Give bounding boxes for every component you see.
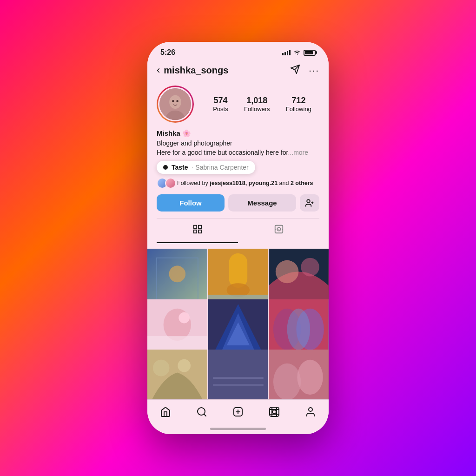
svg-rect-11 [193,230,196,233]
svg-point-5 [176,100,178,102]
avatar-wrapper [157,86,194,123]
signal-icon [282,50,291,55]
grid-icon [192,224,203,237]
wifi-icon [293,49,301,56]
following-label: Following [286,106,311,112]
posts-count: 574 [213,96,228,106]
tab-tagged[interactable] [238,218,319,243]
svg-point-25 [276,260,298,283]
battery-icon [304,50,316,56]
message-button[interactable]: Message [228,194,296,212]
photo-grid [147,249,329,399]
music-artist: · Sabrina Carpenter [192,164,249,171]
followers-label: Followers [244,106,270,112]
svg-point-18 [169,266,186,283]
svg-rect-10 [198,225,201,228]
stats-row: 574 Posts 1,018 Followers 712 Following [205,96,319,112]
nav-add[interactable] [225,404,251,419]
svg-rect-21 [229,253,247,288]
nav-profile[interactable] [298,404,324,419]
svg-point-2 [169,95,181,109]
follower-avatars [157,178,173,189]
follow-button[interactable]: Follow [157,194,225,212]
bio-line2: Here for a good time but occasionally he… [157,149,288,156]
svg-point-56 [309,408,312,411]
nav-header: ‹ mishka_songs ··· [147,60,329,82]
profile-name: Mishka 🌸 [157,129,319,138]
add-friend-button[interactable] [300,194,319,212]
svg-point-35 [287,309,310,350]
music-tooltip[interactable]: Taste · Sabrina Carpenter [157,161,255,174]
followed-by: Followed by jessjess1018, pyoung.21 and … [157,178,319,189]
svg-rect-40 [213,377,264,379]
nav-home[interactable] [152,404,178,419]
followers-count: 1,018 [244,96,270,106]
action-buttons: Follow Message [157,194,319,212]
posts-stat[interactable]: 574 Posts [213,96,228,112]
music-song: Taste [172,164,188,171]
bottom-nav [147,399,329,423]
profile-bio: Blogger and photographer Here for a good… [157,139,319,157]
svg-point-44 [298,360,323,395]
nav-reels[interactable] [261,404,287,419]
phone-frame: 5:26 ‹ mishka_songs [147,42,329,434]
follower-avatar-2 [165,178,176,189]
posts-label: Posts [213,106,228,112]
nav-search[interactable] [189,404,215,419]
svg-rect-12 [198,230,201,233]
svg-line-46 [204,414,206,416]
bio-more[interactable]: ...more [288,149,309,156]
profile-section: 574 Posts 1,018 Followers 712 Following … [147,82,329,249]
following-stat[interactable]: 712 Following [286,96,311,112]
followers-stat[interactable]: 1,018 Followers [244,96,270,112]
svg-point-38 [178,359,191,372]
svg-point-6 [307,199,310,203]
nav-username: mishka_songs [164,65,290,76]
home-indicator [147,423,329,434]
tab-grid[interactable] [157,218,238,243]
more-icon[interactable]: ··· [309,65,319,76]
svg-point-4 [172,100,174,102]
back-button[interactable]: ‹ [157,64,160,76]
svg-point-37 [153,360,170,377]
svg-rect-9 [193,225,196,228]
bio-line1: Blogger and photographer [157,139,232,147]
svg-point-43 [273,364,301,399]
avatar [158,87,192,121]
status-time: 5:26 [160,48,175,57]
music-dot-icon [163,165,168,170]
status-bar: 5:26 [147,42,329,60]
profile-top-row: 574 Posts 1,018 Followers 712 Following [157,86,319,123]
svg-point-51 [272,410,276,414]
send-icon[interactable] [290,64,300,76]
svg-rect-41 [213,384,264,386]
photo-cell-8[interactable] [208,350,268,399]
profile-tabs [157,218,319,243]
status-icons [282,49,316,56]
nav-actions: ··· [290,64,319,76]
svg-rect-50 [270,407,279,416]
svg-rect-39 [208,350,268,399]
svg-point-30 [178,312,190,323]
photo-cell-7[interactable] [147,350,207,399]
svg-point-26 [301,258,320,277]
following-count: 712 [286,96,311,106]
tagged-icon [274,224,284,237]
followed-text: Followed by jessjess1018, pyoung.21 and … [177,180,313,186]
photo-cell-9[interactable] [269,350,329,399]
